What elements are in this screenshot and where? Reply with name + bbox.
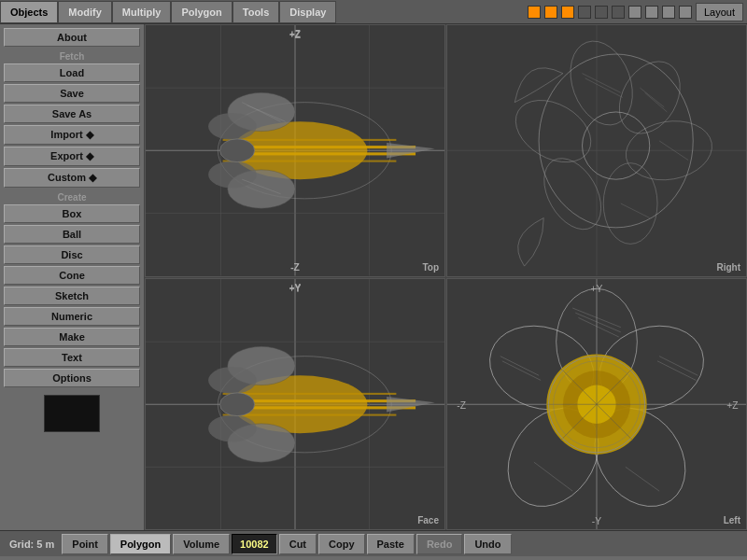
main-layout: About Fetch Load Save Save As Import ◆ E… [0, 24, 747, 530]
vp-bl-name: Face [417, 515, 439, 525]
save-button[interactable]: Save [4, 84, 140, 103]
tab-modify[interactable]: Modify [58, 1, 111, 23]
svg-text:-Y: -Y [592, 516, 601, 526]
indicator-5 [595, 6, 608, 19]
vp-bl-top-label: +Y [289, 283, 302, 293]
custom-button[interactable]: Custom ◆ [4, 168, 140, 188]
indicator-3 [561, 6, 574, 19]
vp-tl-bottom-label: -Z [290, 262, 299, 273]
viewport-bl-svg: +Y [146, 279, 444, 530]
ball-button[interactable]: Ball [4, 225, 140, 244]
numeric-button[interactable]: Numeric [4, 307, 140, 326]
save-as-button[interactable]: Save As [4, 105, 140, 123]
cut-button[interactable]: Cut [279, 534, 317, 554]
viewport-tl-svg: +Z -Z [146, 25, 444, 276]
indicator-4 [578, 6, 591, 19]
tab-tools[interactable]: Tools [233, 1, 280, 23]
svg-point-18 [208, 161, 257, 189]
tab-display[interactable]: Display [279, 1, 336, 23]
svg-point-23 [219, 139, 254, 162]
viewport-area: +Z -Z [145, 24, 747, 530]
redo-button[interactable]: Redo [416, 534, 463, 554]
make-button[interactable]: Make [4, 328, 140, 346]
indicator-10 [679, 6, 692, 19]
about-button[interactable]: About [4, 28, 140, 47]
tab-multiply[interactable]: Multiply [112, 1, 172, 23]
import-button[interactable]: Import ◆ [4, 125, 140, 145]
copy-button[interactable]: Copy [318, 534, 365, 554]
cone-button[interactable]: Cone [4, 266, 140, 285]
status-bar: Grid: 5 m Point Polygon Volume 10082 Cut… [0, 530, 747, 556]
export-button[interactable]: Export ◆ [4, 147, 140, 166]
volume-button[interactable]: Volume [173, 534, 230, 554]
point-button[interactable]: Point [62, 534, 108, 554]
viewport-bottom-right[interactable]: -Z +Z +Y -Y [446, 278, 747, 531]
grid-label: Grid: 5 m [4, 539, 60, 550]
svg-rect-14 [223, 161, 397, 162]
export-label: Export ◆ [50, 150, 93, 161]
svg-rect-54 [223, 413, 397, 415]
layout-button[interactable]: Layout [696, 3, 743, 21]
polygon-button[interactable]: Polygon [110, 534, 171, 554]
text-button[interactable]: Text [4, 348, 140, 367]
disc-button[interactable]: Disc [4, 245, 140, 264]
create-label: Create [4, 192, 140, 203]
fetch-label: Fetch [4, 51, 140, 62]
paste-button[interactable]: Paste [367, 534, 415, 554]
svg-point-57 [208, 366, 257, 393]
viewport-br-svg: -Z +Z +Y -Y [447, 279, 746, 530]
svg-point-58 [208, 414, 257, 441]
indicator-2 [544, 6, 557, 19]
vp-tl-top-label: +Z [289, 29, 301, 39]
sketch-button[interactable]: Sketch [4, 287, 140, 305]
svg-text:+Y: +Y [591, 284, 603, 294]
viewport-tr-svg [447, 25, 746, 276]
viewport-top-right[interactable]: Right [446, 24, 747, 277]
indicator-7 [628, 6, 641, 19]
vp-tr-name: Right [716, 262, 740, 273]
indicator-6 [612, 6, 625, 19]
svg-text:+Z: +Z [726, 400, 738, 411]
tab-objects[interactable]: Objects [0, 1, 58, 23]
viewport-top-left[interactable]: +Z -Z [145, 24, 445, 277]
indicator-8 [645, 6, 658, 19]
undo-button[interactable]: Undo [464, 534, 511, 554]
poly-count: 10082 [232, 534, 277, 554]
sidebar: About Fetch Load Save Save As Import ◆ E… [0, 24, 145, 530]
options-button[interactable]: Options [4, 369, 140, 387]
load-button[interactable]: Load [4, 63, 140, 82]
svg-point-17 [208, 113, 257, 140]
tab-polygon[interactable]: Polygon [171, 1, 232, 23]
vp-br-name: Left [724, 515, 740, 525]
svg-rect-53 [223, 392, 397, 394]
box-button[interactable]: Box [4, 204, 140, 223]
svg-point-60 [219, 392, 254, 415]
viewport-bottom-left[interactable]: +Y +Y Face [145, 278, 445, 531]
custom-label: Custom ◆ [48, 172, 96, 183]
indicator-9 [662, 6, 675, 19]
vp-tl-name: Top [422, 262, 439, 273]
svg-rect-13 [223, 139, 397, 141]
svg-text:-Z: -Z [457, 400, 466, 411]
color-swatch [44, 395, 100, 432]
top-right-controls: Layout [528, 3, 747, 21]
top-menu-bar: Objects Modify Multiply Polygon Tools Di… [0, 0, 747, 24]
indicator-1 [528, 6, 541, 19]
import-label: Import ◆ [50, 129, 92, 140]
